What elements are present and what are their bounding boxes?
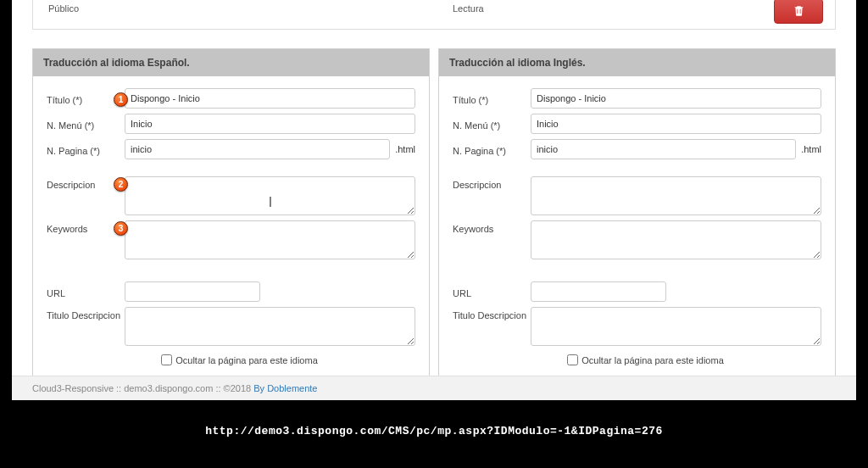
label-es-title: Título (*) 1 xyxy=(47,92,125,105)
input-es-keywords[interactable] xyxy=(125,220,415,259)
input-en-titledesc[interactable] xyxy=(531,307,821,346)
input-en-keywords[interactable] xyxy=(531,220,821,259)
label-en-menu: N. Menú (*) xyxy=(453,117,531,131)
panel-spanish: Traducción al idioma Español. Título (*)… xyxy=(32,48,430,380)
label-en-page: N. Pagina (*) xyxy=(453,142,531,156)
annotation-badge-3: 3 xyxy=(114,221,128,236)
footer-link[interactable]: By Doblemente xyxy=(253,383,317,393)
access-public-label: Público xyxy=(48,0,434,14)
input-en-desc[interactable] xyxy=(531,176,821,215)
label-es-page: N. Pagina (*) xyxy=(47,142,125,156)
label-en-desc: Descripcion xyxy=(453,176,531,190)
label-es-hide: Ocultar la página para este idioma xyxy=(175,355,318,365)
label-en-hide: Ocultar la página para este idioma xyxy=(581,355,724,365)
delete-button[interactable] xyxy=(774,0,823,24)
input-es-page[interactable] xyxy=(125,139,390,159)
label-es-menu: N. Menú (*) xyxy=(47,117,125,131)
checkbox-en-hide[interactable] xyxy=(567,354,578,365)
annotation-badge-2: 2 xyxy=(114,177,128,192)
access-row: Público Lectura xyxy=(32,0,836,30)
panel-spanish-header: Traducción al idioma Español. xyxy=(33,49,429,76)
panel-english: Traducción al idioma Inglés. Título (*) … xyxy=(438,48,836,380)
panel-english-header: Traducción al idioma Inglés. xyxy=(439,49,835,76)
input-en-title[interactable] xyxy=(531,88,821,109)
label-es-desc: Descripcion 2 xyxy=(47,176,125,190)
trash-icon xyxy=(793,5,804,17)
label-es-titledesc: Titulo Descripcion xyxy=(47,307,125,320)
label-es-url: URL xyxy=(47,285,125,298)
access-read-label: Lectura xyxy=(434,0,820,14)
suffix-en-html: .html xyxy=(801,144,821,154)
input-en-url[interactable] xyxy=(531,281,666,302)
footer-text: Cloud3-Responsive :: demo3.dispongo.com … xyxy=(32,383,253,393)
suffix-es-html: .html xyxy=(395,144,415,154)
input-es-menu[interactable] xyxy=(125,114,415,134)
footer: Cloud3-Responsive :: demo3.dispongo.com … xyxy=(12,376,856,400)
input-es-desc[interactable] xyxy=(125,176,415,215)
input-en-page[interactable] xyxy=(531,139,796,159)
label-en-titledesc: Titulo Descripcion xyxy=(453,307,531,320)
label-es-keywords: Keywords 3 xyxy=(47,220,125,234)
url-caption: http://demo3.dispongo.com/CMS/pc/mp.aspx… xyxy=(0,425,868,437)
input-en-menu[interactable] xyxy=(531,114,821,134)
input-es-url[interactable] xyxy=(125,281,260,302)
checkbox-es-hide[interactable] xyxy=(161,354,172,365)
input-es-title[interactable] xyxy=(125,88,415,109)
label-en-keywords: Keywords xyxy=(453,220,531,234)
label-en-url: URL xyxy=(453,285,531,298)
label-en-title: Título (*) xyxy=(453,92,531,105)
input-es-titledesc[interactable] xyxy=(125,307,415,346)
annotation-badge-1: 1 xyxy=(114,92,128,107)
